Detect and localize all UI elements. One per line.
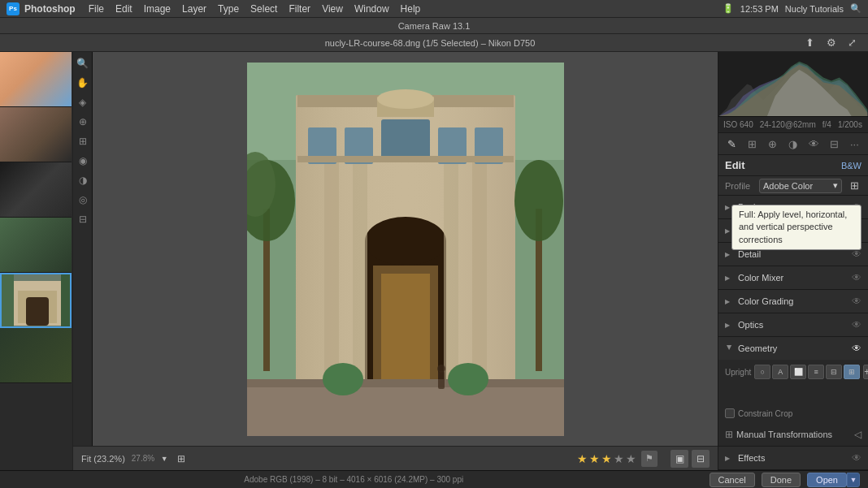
filmstrip-thumb-4[interactable] (0, 218, 72, 273)
menu-view[interactable]: View (317, 2, 348, 16)
canvas-bottom-bar: Fit (23.2%) 27.8% ▼ ⊞ ★ ★ ★ ★ ★ ⚑ ▣ ⊟ (73, 446, 718, 470)
metadata-row: ISO 640 24-120@62mm f/4 1/200s (718, 117, 868, 133)
action-buttons: Cancel Done Open ▼ (710, 473, 860, 487)
filmstrip-thumb-2[interactable] (0, 107, 72, 162)
section-header-optics[interactable]: ▶ Optics 👁 (718, 313, 868, 336)
star-2[interactable]: ★ (589, 452, 600, 465)
heal-tool[interactable]: ◉ (75, 153, 91, 169)
mask-tool[interactable]: ◑ (75, 172, 91, 188)
zoom-percent: 27.8% (132, 454, 154, 463)
tooltip-box: Full: Apply level, horizontal, and verti… (731, 205, 861, 250)
main-content: 🔍 ✋ ◈ ⊕ ⊞ ◉ ◑ ◎ ⊟ (0, 52, 868, 470)
heal-tool-rp[interactable]: ⊕ (764, 135, 782, 153)
filmstrip-thumb-3[interactable] (0, 162, 72, 218)
section-color-mixer: ▶ Color Mixer 👁 (718, 266, 868, 290)
section-header-effects[interactable]: ▶ Effects 👁 (718, 447, 868, 469)
done-button[interactable]: Done (762, 473, 801, 487)
menu-select[interactable]: Select (245, 2, 282, 16)
upright-off-btn[interactable]: ○ (754, 365, 770, 379)
menu-edit[interactable]: Edit (111, 2, 137, 16)
star-1[interactable]: ★ (577, 452, 588, 465)
snap-tool[interactable]: ⊟ (75, 211, 91, 227)
mask-tool-rp[interactable]: ◑ (784, 135, 802, 153)
open-button[interactable]: Open (807, 473, 847, 487)
star-5[interactable]: ★ (626, 452, 636, 465)
geometry-eye[interactable]: 👁 (852, 343, 861, 354)
section-header-geometry[interactable]: ▶ Geometry 👁 (718, 337, 868, 360)
svg-rect-28 (247, 379, 564, 436)
profile-select[interactable]: Adobe Color ▾ (759, 179, 842, 193)
svg-point-34 (323, 363, 363, 395)
upright-level-btn[interactable]: ⬜ (790, 365, 806, 379)
menu-file[interactable]: File (84, 2, 109, 16)
flag-button[interactable]: ⚑ (641, 451, 658, 467)
filmstrip (0, 52, 73, 470)
adjust-icon[interactable]: ⊞ (174, 451, 189, 466)
zoom-percent-arrow[interactable]: ▼ (157, 451, 171, 466)
bw-button[interactable]: B&W (841, 161, 861, 171)
star-3[interactable]: ★ (601, 452, 612, 465)
eye-tool-rp[interactable]: 👁 (805, 135, 822, 153)
settings-button[interactable]: ⚙ (824, 36, 839, 50)
open-dropdown-button[interactable]: ▼ (847, 473, 860, 487)
color-grading-chevron: ▶ (725, 298, 733, 305)
star-4[interactable]: ★ (614, 452, 624, 465)
filmstrip-thumb-1[interactable] (0, 52, 72, 107)
white-balance-tool[interactable]: ◈ (75, 94, 91, 110)
svg-rect-4 (2, 274, 14, 328)
menu-image[interactable]: Image (139, 2, 176, 16)
color-sampler-tool[interactable]: ⊕ (75, 114, 91, 130)
crop-tool-rp[interactable]: ⊞ (744, 135, 762, 153)
more-tool-rp[interactable]: ··· (845, 135, 863, 153)
manual-arrow-icon[interactable]: ◁ (854, 429, 861, 440)
upright-vertical-btn[interactable]: ≡ (808, 365, 824, 379)
layers-tool-rp[interactable]: ⊟ (825, 135, 843, 153)
menu-filter[interactable]: Filter (284, 2, 315, 16)
zoom-fit-text: Fit (23.2%) (81, 454, 125, 464)
effects-eye[interactable]: 👁 (852, 452, 861, 464)
share-button[interactable]: ⬆ (803, 36, 818, 50)
color-grading-eye[interactable]: 👁 (852, 296, 861, 307)
profile-dropdown-icon: ▾ (833, 180, 838, 191)
cancel-button[interactable]: Cancel (710, 473, 755, 487)
filmstrip-thumb-6[interactable] (0, 328, 72, 383)
upright-plus-btn[interactable]: + (863, 365, 868, 379)
menu-type[interactable]: Type (213, 2, 244, 16)
filmstrip-thumb-5[interactable] (0, 273, 72, 328)
menu-help[interactable]: Help (396, 2, 426, 16)
upright-auto-btn[interactable]: A (772, 365, 788, 379)
color-mixer-eye[interactable]: 👁 (852, 272, 861, 283)
search-icon[interactable]: 🔍 (850, 3, 861, 14)
split-view-button[interactable]: ⊟ (692, 450, 710, 468)
star-rating: ★ ★ ★ ★ ★ ⚑ (577, 451, 658, 467)
thumb-5-svg (2, 274, 72, 328)
menu-layer[interactable]: Layer (177, 2, 211, 16)
expand-button[interactable]: ⤢ (845, 36, 860, 50)
optics-eye[interactable]: 👁 (852, 319, 861, 330)
color-mixer-chevron: ▶ (725, 274, 733, 282)
single-view-button[interactable]: ▣ (671, 450, 688, 468)
effects-label: Effects (738, 453, 852, 463)
section-header-color-mixer[interactable]: ▶ Color Mixer 👁 (718, 266, 868, 289)
lens-value: 24-120@62mm (760, 120, 816, 129)
crop-tool[interactable]: ⊞ (75, 133, 91, 149)
red-eye-tool[interactable]: ◎ (75, 192, 91, 208)
hand-tool[interactable]: ✋ (75, 75, 91, 91)
profile-grid-icon[interactable]: ⊞ (847, 179, 861, 193)
upright-full-btn[interactable]: ⊞ (844, 365, 860, 379)
constrain-checkbox[interactable] (725, 408, 735, 418)
panel-sections: ▶ Basic 👁 ▶ Curve 👁 ▶ Detail 👁 (718, 196, 868, 470)
svg-rect-13 (381, 274, 430, 395)
edit-tool[interactable]: ✎ (723, 135, 741, 153)
section-optics: ▶ Optics 👁 (718, 313, 868, 337)
menu-window[interactable]: Window (349, 2, 394, 16)
detail-eye[interactable]: 👁 (852, 248, 861, 260)
zoom-controls: 27.8% ▼ ⊞ (132, 451, 189, 466)
optics-label: Optics (738, 320, 852, 330)
section-header-color-grading[interactable]: ▶ Color Grading 👁 (718, 290, 868, 313)
status-info: Adobe RGB (1998) – 8 bit – 4016 × 6016 (… (8, 475, 700, 484)
menu-items: File Edit Image Layer Type Select Filter… (84, 2, 426, 16)
zoom-tool[interactable]: 🔍 (75, 55, 91, 71)
upright-h-btn[interactable]: ⊟ (826, 365, 842, 379)
right-panel-tools: ✎ ⊞ ⊕ ◑ 👁 ⊟ ··· (718, 133, 868, 155)
